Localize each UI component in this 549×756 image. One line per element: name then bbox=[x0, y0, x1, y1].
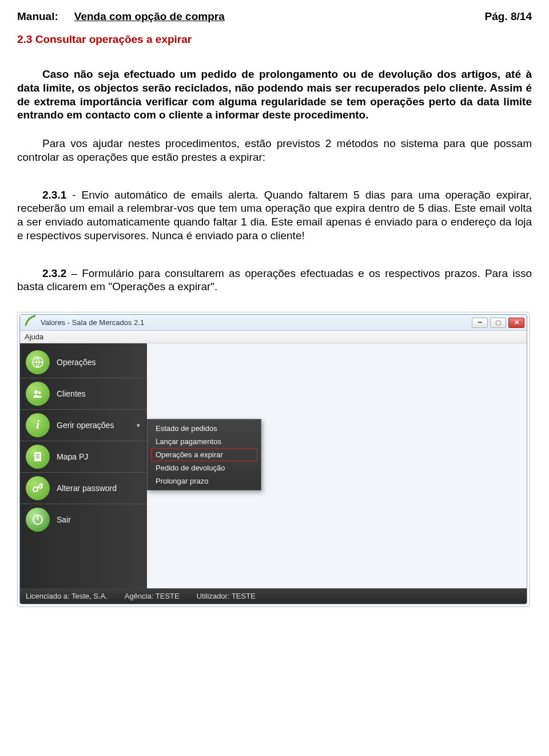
window-title: Valores - Sala de Mercados 2.1 bbox=[41, 318, 144, 327]
paragraph-4: 2.3.2 – Formulário para consultarem as o… bbox=[17, 267, 532, 294]
page-header: Manual: Venda com opção de compra Pág. 8… bbox=[17, 10, 532, 23]
menubar: Ajuda bbox=[20, 331, 527, 343]
svg-rect-4 bbox=[34, 452, 41, 461]
paragraph-3: 2.3.1 - Envio automático de emails alert… bbox=[17, 188, 532, 243]
users-icon bbox=[26, 382, 50, 406]
titlebar: Valores - Sala de Mercados 2.1 ━ ▢ ✕ bbox=[20, 315, 527, 331]
sidebar-item-label: Sair bbox=[57, 515, 140, 524]
chevron-down-icon: ▾ bbox=[137, 422, 140, 429]
sidebar-item-sair[interactable]: Sair bbox=[20, 504, 147, 535]
power-icon bbox=[26, 508, 50, 532]
key-icon bbox=[26, 476, 50, 500]
status-agencia: Agência: TESTE bbox=[125, 592, 180, 600]
header-title: Venda com opção de compra bbox=[74, 10, 225, 23]
sidebar-item-alterar-password[interactable]: Alterar password bbox=[20, 473, 147, 504]
statusbar: Licenciado a: Teste, S.A. Agência: TESTE… bbox=[20, 588, 527, 604]
sidebar: Operações Clientes i Gerir operações ▾ bbox=[20, 343, 147, 588]
globe-icon bbox=[26, 350, 50, 374]
svg-text:i: i bbox=[36, 418, 39, 431]
sidebar-item-clientes[interactable]: Clientes bbox=[20, 378, 147, 410]
paragraph-2: Para vos ajudar nestes procedimentos, es… bbox=[17, 137, 532, 164]
submenu-item-estado-pedidos[interactable]: Estado de pedidos bbox=[148, 422, 261, 435]
minimize-button[interactable]: ━ bbox=[472, 318, 488, 328]
menu-help[interactable]: Ajuda bbox=[25, 333, 43, 341]
close-button[interactable]: ✕ bbox=[508, 318, 524, 328]
content-area: Operações Clientes i Gerir operações ▾ bbox=[20, 343, 527, 588]
svg-point-2 bbox=[38, 391, 41, 394]
app-screenshot: Valores - Sala de Mercados 2.1 ━ ▢ ✕ Aju… bbox=[17, 312, 530, 607]
paragraph-4-body: – Formulário para consultarem as operaçõ… bbox=[17, 267, 532, 293]
maximize-button[interactable]: ▢ bbox=[490, 318, 506, 328]
paragraph-1: Caso não seja efectuado um pedido de pro… bbox=[17, 68, 532, 122]
sidebar-item-label: Gerir operações bbox=[57, 421, 130, 430]
submenu-item-operacoes-expirar[interactable]: Operações a expirar bbox=[151, 448, 257, 461]
header-label: Manual: bbox=[17, 10, 58, 23]
status-licenciado: Licenciado a: Teste, S.A. bbox=[26, 592, 108, 600]
sidebar-item-label: Operações bbox=[57, 358, 140, 367]
submenu-gerir-operacoes: Estado de pedidos Lançar pagamentos Oper… bbox=[147, 419, 261, 490]
sidebar-item-gerir-operacoes[interactable]: i Gerir operações ▾ bbox=[20, 410, 147, 441]
sidebar-item-label: Mapa PJ bbox=[57, 452, 140, 461]
sidebar-item-operacoes[interactable]: Operações bbox=[20, 347, 147, 378]
svg-point-1 bbox=[34, 390, 38, 394]
sidebar-item-label: Clientes bbox=[57, 389, 140, 398]
sidebar-item-label: Alterar password bbox=[57, 484, 140, 493]
paragraph-3-label: 2.3.1 bbox=[42, 189, 66, 201]
sidebar-item-mapa-pj[interactable]: Mapa PJ bbox=[20, 441, 147, 473]
section-heading: 2.3 Consultar operações a expirar bbox=[17, 33, 532, 46]
page-number: Pág. 8/14 bbox=[485, 10, 532, 23]
window-controls: ━ ▢ ✕ bbox=[472, 318, 524, 328]
submenu-item-prolongar-prazo[interactable]: Prolongar prazo bbox=[148, 474, 261, 488]
submenu-item-lancar-pagamentos[interactable]: Lançar pagamentos bbox=[148, 435, 261, 448]
svg-point-8 bbox=[33, 487, 38, 492]
app-window: Valores - Sala de Mercados 2.1 ━ ▢ ✕ Aju… bbox=[19, 314, 527, 604]
submenu-item-pedido-devolucao[interactable]: Pedido de devolução bbox=[148, 461, 261, 474]
app-icon bbox=[23, 315, 37, 330]
paragraph-4-label: 2.3.2 bbox=[42, 267, 66, 279]
info-icon: i bbox=[26, 413, 50, 437]
paragraph-3-body: - Envio automático de emails alerta. Qua… bbox=[17, 189, 532, 242]
status-utilizador: Utilizador: TESTE bbox=[197, 592, 256, 600]
document-icon bbox=[26, 445, 50, 469]
